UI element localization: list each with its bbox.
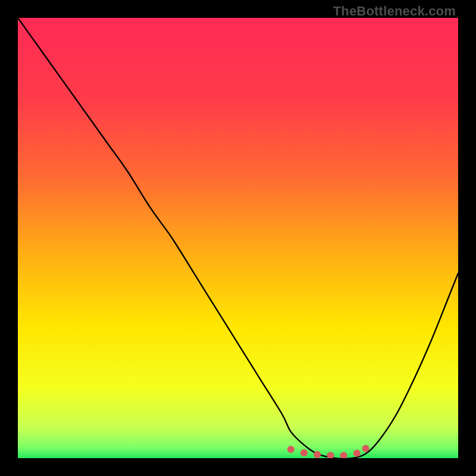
- valley-marker: [353, 450, 361, 457]
- valley-markers: [287, 445, 369, 458]
- valley-marker: [327, 452, 334, 458]
- curve-layer: [18, 18, 458, 458]
- valley-marker: [340, 452, 347, 458]
- watermark-text: TheBottleneck.com: [333, 4, 456, 19]
- valley-marker: [314, 451, 321, 458]
- valley-marker: [362, 445, 369, 452]
- valley-marker: [300, 449, 308, 456]
- plot-area: [18, 18, 458, 458]
- valley-marker: [287, 446, 295, 453]
- bottleneck-curve: [18, 18, 458, 458]
- chart-frame: TheBottleneck.com: [0, 0, 476, 476]
